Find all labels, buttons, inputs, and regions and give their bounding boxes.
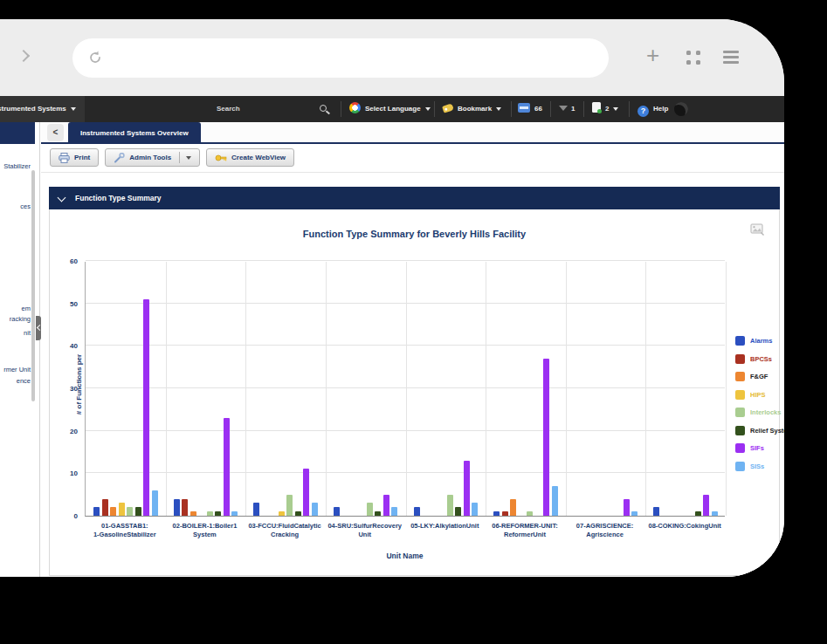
legend-item[interactable]: Relief System [735,426,784,435]
bar-siss[interactable] [312,503,318,516]
bar-sifs[interactable] [224,418,230,516]
new-tab-button[interactable]: + [646,42,659,69]
bar-sifs[interactable] [543,359,549,516]
bar-group [645,262,726,516]
sidebar-item[interactable]: Stabilizer [3,162,31,170]
bar-siss[interactable] [152,490,158,516]
bar-alarms[interactable] [414,507,420,516]
bar-bpcss[interactable] [502,511,508,516]
bar-siss[interactable] [391,507,397,516]
sidebar-item[interactable]: racking [10,315,31,323]
bar-interlocks[interactable] [207,511,213,516]
tab-switcher-icon[interactable] [686,51,701,65]
hamburger-menu-icon[interactable] [723,51,739,67]
bar-hips[interactable] [119,503,125,516]
x-tick-label: 05-LKY:AlkylationUnit [405,522,486,539]
inbox-button[interactable]: 66 [518,96,542,122]
forward-icon[interactable] [17,50,30,62]
legend-item[interactable]: SISs [735,462,784,471]
bar-alarms[interactable] [253,503,259,516]
bar-sifs[interactable] [703,495,709,516]
bar-bpcss[interactable] [102,499,108,516]
funnel-icon [559,106,568,111]
gridline [86,260,725,261]
bar-group [486,262,566,516]
sidebar-item[interactable]: nit [24,329,31,337]
sidebar-scrollbar[interactable] [31,170,35,401]
admin-tools-button[interactable]: Admin Tools [105,148,200,167]
search-input[interactable]: Search [217,96,240,122]
bar-sifs[interactable] [143,299,149,516]
legend-label: Relief System [750,427,784,435]
bar-relief-system[interactable] [135,507,141,516]
legend-item[interactable]: SIFs [735,443,784,453]
bar-sifs[interactable] [624,499,630,516]
y-tick-label: 60 [70,257,78,265]
function-type-summary-header[interactable]: Function Type Summary [49,187,780,209]
bar-hips[interactable] [279,511,285,516]
bar-interlocks[interactable] [527,511,533,516]
reload-icon[interactable] [87,50,103,65]
search-icon[interactable] [320,105,327,112]
legend-item[interactable]: Alarms [735,336,784,346]
x-tick-label: 08-COKING:CokingUnit [644,522,725,539]
y-tick-label: 0 [74,512,78,520]
bar-relief-system[interactable] [375,511,381,516]
legend-item[interactable]: HIPS [735,390,784,400]
y-tick-label: 50 [70,300,78,308]
bookmark-dropdown[interactable]: Bookmark [443,96,501,122]
moon-icon[interactable] [674,102,688,116]
bar-relief-system[interactable] [455,507,461,516]
legend-swatch [735,462,745,471]
sidebar-item[interactable]: rmer Unit [3,366,31,373]
tab-instrumented-systems-overview[interactable]: Instrumented Systems Overview [68,122,201,144]
legend-item[interactable]: F&GF [735,372,784,381]
bar-f-gf[interactable] [190,511,196,516]
filter-button[interactable]: 1 [559,96,575,122]
tab-back-button[interactable]: < [47,124,64,141]
bar-siss[interactable] [631,511,637,516]
legend-item[interactable]: Interlocks [735,408,784,417]
bar-sifs[interactable] [383,495,389,516]
bar-alarms[interactable] [174,499,180,516]
bar-alarms[interactable] [493,511,500,516]
bar-f-gf[interactable] [510,499,516,516]
print-button[interactable]: Print [50,148,99,167]
export-image-icon[interactable] [750,223,765,236]
sidebar-item[interactable]: em [22,305,31,312]
bar-interlocks[interactable] [286,495,293,516]
admin-tools-caret[interactable] [179,152,191,163]
legend-item[interactable]: BPCSs [735,354,784,364]
sidebar-item[interactable]: ces [20,202,31,210]
bar-relief-system[interactable] [695,511,701,516]
bar-interlocks[interactable] [367,503,373,516]
content-area: Stabilizercesemrackingnitrmer Unitence <… [0,122,784,577]
bar-interlocks[interactable] [127,507,133,516]
chart-title: Function Type Summary for Beverly Hills … [50,209,779,239]
create-webview-button[interactable]: Create WebView [206,148,294,167]
bar-sifs[interactable] [303,469,309,516]
bar-siss[interactable] [712,511,718,516]
bar-siss[interactable] [552,486,558,516]
bar-alarms[interactable] [653,507,659,516]
legend-swatch [735,354,745,364]
bar-bpcss[interactable] [182,499,188,516]
bar-relief-system[interactable] [215,511,221,516]
select-language-dropdown[interactable]: Select Language [349,96,431,122]
help-button[interactable]: ?Help [637,96,668,122]
module-selector[interactable]: Instrumented Systems [0,96,85,122]
bar-f-gf[interactable] [110,507,116,516]
bar-interlocks[interactable] [447,495,453,516]
bar-alarms[interactable] [93,507,100,516]
bar-siss[interactable] [472,503,478,516]
address-bar[interactable] [72,38,609,78]
gridline [726,262,727,516]
bar-siss[interactable] [231,511,238,516]
documents-dropdown[interactable]: 2 [592,96,618,122]
main-panel: < Instrumented Systems Overview Print [41,122,784,577]
y-tick-label: 40 [70,342,78,350]
bar-alarms[interactable] [334,507,340,516]
bar-sifs[interactable] [464,461,470,516]
sidebar-item[interactable]: ence [17,377,31,385]
bar-relief-system[interactable] [295,511,301,516]
